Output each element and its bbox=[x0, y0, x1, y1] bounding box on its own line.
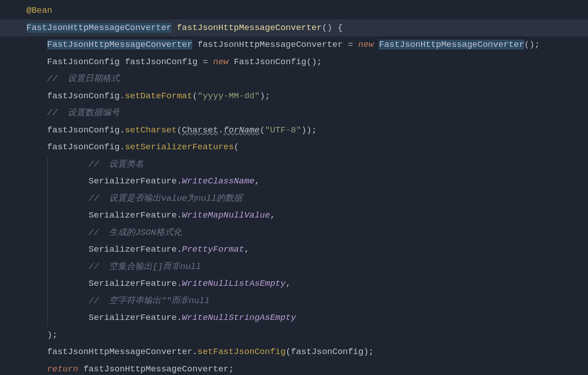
code-line: fastJsonConfig.setCharset(Charset.forNam… bbox=[26, 122, 588, 139]
code-line: // 设置是否输出value为null的数据 bbox=[26, 190, 588, 208]
code-line: // 设置日期格式 bbox=[26, 71, 588, 88]
enum-class: SerializerFeature bbox=[89, 279, 177, 289]
method-name: fastJsonHttpMessageConverter bbox=[177, 23, 322, 33]
method-call: setCharset bbox=[125, 125, 177, 135]
code-line: FastJsonConfig fastJsonConfig = new Fast… bbox=[26, 54, 588, 71]
code-line: // 设置类名 bbox=[26, 156, 588, 173]
method-call: setSerializerFeatures bbox=[125, 142, 234, 152]
code-line: FastJsonHttpMessageConverter fastJsonHtt… bbox=[26, 36, 588, 54]
code-line: fastJsonHttpMessageConverter.setFastJson… bbox=[26, 344, 588, 361]
annotation: @Bean bbox=[26, 5, 52, 15]
string-literal: "yyyy-MM-dd" bbox=[197, 91, 260, 101]
enum-value: PrettyFormat bbox=[182, 244, 244, 254]
code-line: // 生成的JSON格式化 bbox=[26, 224, 588, 242]
enum-class: SerializerFeature bbox=[89, 210, 177, 220]
code-line: FastJsonHttpMessageConverter fastJsonHtt… bbox=[0, 20, 588, 37]
type: FastJsonConfig bbox=[47, 57, 120, 67]
string-literal: "UTF-8" bbox=[265, 125, 302, 135]
enum-value: WriteNullListAsEmpty bbox=[182, 279, 286, 289]
comment: // 设置日期格式 bbox=[47, 74, 120, 84]
code-line: SerializerFeature.WriteNullStringAsEmpty bbox=[26, 309, 588, 327]
constructor: FastJsonHttpMessageConverter bbox=[379, 40, 524, 50]
code-line: ); bbox=[26, 327, 588, 344]
enum-class: SerializerFeature bbox=[89, 244, 177, 254]
comment: // 设置类名 bbox=[89, 159, 144, 169]
enum-value: WriteMapNullValue bbox=[182, 210, 270, 220]
code-line: // 设置数据编号 bbox=[26, 105, 588, 122]
enum-value: WriteNullStringAsEmpty bbox=[182, 313, 296, 323]
comment: // 设置数据编号 bbox=[47, 108, 120, 118]
method-call: setDateFormat bbox=[125, 91, 192, 101]
comment: // 生成的JSON格式化 bbox=[89, 228, 182, 238]
comment: // 空集合输出[]而非null bbox=[89, 262, 201, 272]
enum-class: SerializerFeature bbox=[89, 313, 177, 323]
enum-class: SerializerFeature bbox=[89, 176, 177, 186]
code-line: return fastJsonHttpMessageConverter; bbox=[26, 361, 588, 375]
code-line: SerializerFeature.WriteNullListAsEmpty, bbox=[26, 275, 588, 293]
code-line: @Bean bbox=[26, 2, 588, 20]
enum-value: WriteClassName bbox=[182, 176, 255, 186]
type: FastJsonHttpMessageConverter bbox=[47, 40, 192, 50]
static-method: forName bbox=[223, 125, 260, 135]
code-editor[interactable]: @Bean FastJsonHttpMessageConverter fastJ… bbox=[0, 0, 588, 375]
return-keyword: return bbox=[47, 364, 78, 374]
code-line: // 空字符串输出""而非null bbox=[26, 293, 588, 310]
code-line: SerializerFeature.WriteMapNullValue, bbox=[26, 207, 588, 224]
code-line: fastJsonConfig.setSerializerFeatures( bbox=[26, 139, 588, 156]
code-line: SerializerFeature.PrettyFormat, bbox=[26, 241, 588, 258]
comment: // 设置是否输出value为null的数据 bbox=[89, 193, 242, 203]
method-call: setFastJsonConfig bbox=[197, 347, 286, 357]
static-class: Charset bbox=[182, 125, 218, 135]
code-line: // 空集合输出[]而非null bbox=[26, 258, 588, 276]
comment: // 空字符串输出""而非null bbox=[89, 296, 210, 306]
return-type: FastJsonHttpMessageConverter bbox=[26, 23, 171, 33]
code-line: fastJsonConfig.setDateFormat("yyyy-MM-dd… bbox=[26, 88, 588, 105]
code-line: SerializerFeature.WriteClassName, bbox=[26, 173, 588, 190]
